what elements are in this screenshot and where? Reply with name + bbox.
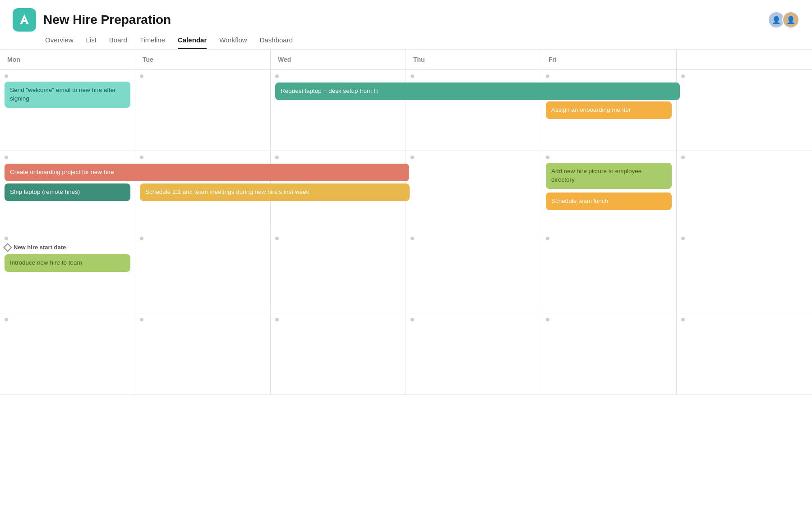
dot-row2-mon: [5, 156, 8, 159]
dot-row3-wed: [275, 237, 279, 240]
dot-row1-mon: [5, 74, 8, 78]
calendar-row-1: Send "welcome" email to new hire after s…: [0, 70, 812, 151]
nav-workflow[interactable]: Workflow: [219, 36, 247, 49]
cell-row2-fri: Add new hire picture to employee directo…: [541, 151, 677, 232]
dot-row2-fri: [546, 156, 549, 159]
cell-row2-tue: Schedule 1:1 and team meetings during ne…: [135, 151, 271, 232]
nav-timeline[interactable]: Timeline: [140, 36, 165, 49]
cell-row3-mon: New hire start date Introduce new hire t…: [0, 232, 135, 313]
dot-row4-extra: [681, 318, 685, 321]
dot-row4-fri: [546, 318, 549, 321]
day-header-fri: Fri: [541, 50, 677, 69]
cell-row1-extra: [677, 70, 812, 151]
calendar-day-headers: Mon Tue Wed Thu Fri: [0, 50, 812, 70]
cell-row3-wed: [271, 232, 406, 313]
dot-row3-mon: [5, 237, 8, 240]
project-title: New Hire Preparation: [43, 13, 171, 27]
dot-row4-mon: [5, 318, 8, 321]
cell-row4-thu: [406, 313, 541, 394]
dot-row4-tue: [140, 318, 143, 321]
calendar-row-4: [0, 313, 812, 394]
dot-row2-extra: [681, 156, 685, 159]
dot-row2-thu: [411, 156, 414, 159]
nav-board[interactable]: Board: [109, 36, 127, 49]
event-onboarding-mentor[interactable]: Assign an onboarding mentor: [546, 101, 672, 119]
dot-row4-wed: [275, 318, 279, 321]
milestone-label: New hire start date: [14, 244, 66, 251]
cell-row1-mon: Send "welcome" email to new hire after s…: [0, 70, 135, 151]
dot-row1-wed: [275, 74, 279, 78]
event-welcome-email[interactable]: Send "welcome" email to new hire after s…: [5, 82, 130, 108]
calendar-row-2: Create onboarding project for new hire S…: [0, 151, 812, 232]
nav-dashboard[interactable]: Dashboard: [260, 36, 293, 49]
day-header-extra: [677, 50, 812, 69]
cell-row3-extra: [677, 232, 812, 313]
dot-row1-fri: [546, 74, 549, 78]
dot-row3-thu: [411, 237, 414, 240]
calendar-row-3: New hire start date Introduce new hire t…: [0, 232, 812, 313]
event-schedule-lunch[interactable]: Schedule team lunch: [546, 193, 672, 210]
day-header-mon: Mon: [0, 50, 135, 69]
dot-row2-wed: [275, 156, 279, 159]
dot-row1-thu: [411, 74, 414, 78]
cell-row1-tue: [135, 70, 271, 151]
cell-row2-extra: [677, 151, 812, 232]
dot-row1-tue: [140, 74, 143, 78]
event-schedule-meetings[interactable]: Schedule 1:1 and team meetings during ne…: [140, 183, 410, 201]
cell-row1-fri: Assign an onboarding mentor: [541, 70, 677, 151]
nav-bar: Overview List Board Timeline Calendar Wo…: [0, 32, 812, 50]
header-left: New Hire Preparation: [13, 8, 171, 32]
event-ship-laptop[interactable]: Ship laptop (remote hires): [5, 183, 130, 201]
event-onboarding-project[interactable]: Create onboarding project for new hire: [5, 164, 409, 181]
day-header-wed: Wed: [271, 50, 406, 69]
milestone-diamond-icon: [3, 243, 12, 252]
dot-row4-thu: [411, 318, 414, 321]
event-laptop-desk[interactable]: Request laptop + desk setup from IT: [275, 83, 680, 100]
cell-row3-fri: [541, 232, 677, 313]
day-header-thu: Thu: [406, 50, 541, 69]
dot-row3-extra: [681, 237, 685, 240]
header: New Hire Preparation 👤 👤: [0, 0, 812, 32]
milestone-start-date: New hire start date: [5, 244, 130, 251]
nav-calendar[interactable]: Calendar: [178, 36, 207, 49]
cell-row4-mon: [0, 313, 135, 394]
dot-row3-tue: [140, 237, 143, 240]
dot-row2-tue: [140, 156, 143, 159]
cell-row4-fri: [541, 313, 677, 394]
event-introduce[interactable]: Introduce new hire to team: [5, 254, 130, 272]
cell-row3-thu: [406, 232, 541, 313]
calendar-container: Mon Tue Wed Thu Fri Send "welcome" email…: [0, 50, 812, 394]
cell-row4-extra: [677, 313, 812, 394]
app-logo: [13, 8, 36, 32]
day-header-tue: Tue: [135, 50, 271, 69]
cell-row1-thu: [406, 70, 541, 151]
logo-icon: [18, 13, 31, 27]
cell-row3-tue: [135, 232, 271, 313]
cell-row4-wed: [271, 313, 406, 394]
nav-list[interactable]: List: [86, 36, 97, 49]
cell-row2-thu: [406, 151, 541, 232]
cell-row2-mon: Create onboarding project for new hire S…: [0, 151, 135, 232]
nav-overview[interactable]: Overview: [45, 36, 74, 49]
dot-row3-fri: [546, 237, 549, 240]
avatar-2: 👤: [782, 11, 799, 28]
cell-row4-tue: [135, 313, 271, 394]
dot-row1-extra: [681, 74, 685, 78]
team-avatars: 👤 👤: [768, 11, 799, 28]
cell-row1-wed: Request laptop + desk setup from IT: [271, 70, 406, 151]
event-add-picture[interactable]: Add new hire picture to employee directo…: [546, 163, 672, 189]
